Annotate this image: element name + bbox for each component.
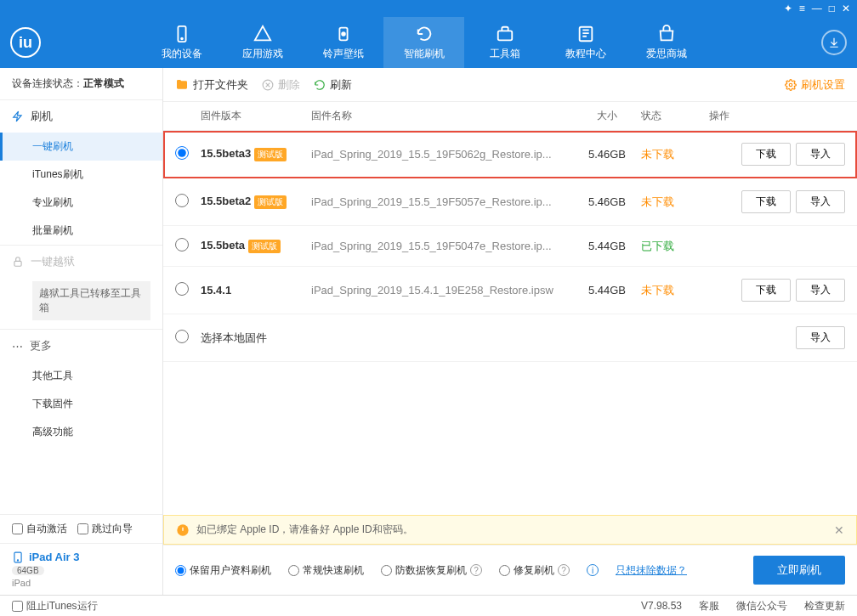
- sidebar-section-jailbreak[interactable]: 一键越狱: [0, 246, 162, 278]
- statusbar-link-support[interactable]: 客服: [699, 599, 719, 613]
- import-button[interactable]: 导入: [796, 326, 845, 349]
- content: 打开文件夹 删除 刷新 刷机设置 固件版本 固件名称 大小 状态 操作: [163, 68, 857, 595]
- app-version: V7.98.53: [641, 600, 682, 612]
- firmware-filename: iPad_Spring_2019_15.5_19F5057e_Restore.i…: [311, 195, 573, 208]
- delete-icon: [262, 79, 274, 91]
- flash-mode-option-3[interactable]: 修复刷机?: [499, 563, 570, 578]
- help-icon[interactable]: ?: [470, 564, 482, 576]
- statusbar-link-update[interactable]: 检查更新: [804, 599, 845, 613]
- import-button[interactable]: 导入: [796, 279, 845, 302]
- jailbreak-moved-note: 越狱工具已转移至工具箱: [32, 281, 150, 320]
- refresh-button[interactable]: 刷新: [314, 77, 352, 93]
- flash-icon: [415, 25, 434, 43]
- firmware-status: 已下载: [641, 239, 709, 254]
- header: iu 爱思助手 www.i4.cn 我的设备应用游戏铃声壁纸智能刷机工具箱教程中…: [0, 17, 857, 68]
- notice-close-button[interactable]: ✕: [834, 523, 844, 537]
- flash-settings-button[interactable]: 刷机设置: [785, 77, 845, 93]
- flash-mode-option-0[interactable]: 保留用户资料刷机: [175, 563, 271, 578]
- select-firmware-radio[interactable]: [175, 146, 189, 160]
- svg-point-3: [342, 32, 345, 36]
- import-button[interactable]: 导入: [796, 190, 845, 213]
- notice-text: 如已绑定 Apple ID，请准备好 Apple ID和密码。: [196, 523, 413, 537]
- nav-label: 铃声壁纸: [323, 47, 364, 61]
- firmware-row[interactable]: 15.5beta2测试版 iPad_Spring_2019_15.5_19F50…: [163, 178, 857, 226]
- minimize-icon[interactable]: —: [812, 3, 822, 14]
- select-firmware-radio[interactable]: [175, 194, 189, 207]
- download-button[interactable]: 下载: [741, 190, 791, 213]
- flash-now-button[interactable]: 立即刷机: [753, 556, 845, 585]
- flash-mode-option-2[interactable]: 防数据恢复刷机?: [381, 563, 482, 578]
- svg-point-1: [181, 37, 183, 39]
- select-firmware-radio[interactable]: [175, 238, 189, 251]
- nav-tutorial[interactable]: 教程中心: [545, 17, 626, 68]
- download-button[interactable]: 下载: [741, 143, 791, 166]
- nav-label: 教程中心: [565, 47, 606, 61]
- firmware-row[interactable]: 15.4.1 iPad_Spring_2019_15.4.1_19E258_Re…: [163, 267, 857, 314]
- firmware-table: 15.5beta3测试版 iPad_Spring_2019_15.5_19F50…: [163, 131, 857, 362]
- nav-toolbox[interactable]: 工具箱: [464, 17, 545, 68]
- sidebar-item-flash-1[interactable]: iTunes刷机: [0, 161, 162, 189]
- firmware-status: 未下载: [641, 283, 709, 298]
- bookmark-icon[interactable]: ✦: [784, 3, 792, 14]
- firmware-row[interactable]: 15.5beta3测试版 iPad_Spring_2019_15.5_19F50…: [163, 131, 857, 178]
- lock-icon: [12, 256, 24, 268]
- firmware-filename: iPad_Spring_2019_15.5_19F5062g_Restore.i…: [311, 148, 573, 161]
- menu-icon[interactable]: ≡: [799, 3, 805, 14]
- nav-ringtone[interactable]: 铃声壁纸: [303, 17, 383, 68]
- nav-store[interactable]: 爱思商城: [626, 17, 707, 68]
- sidebar-section-flash[interactable]: 刷机: [0, 100, 162, 133]
- delete-button[interactable]: 删除: [262, 77, 300, 93]
- open-folder-button[interactable]: 打开文件夹: [175, 77, 248, 93]
- apps-icon: [253, 25, 272, 43]
- sidebar-item-flash-0[interactable]: 一键刷机: [0, 133, 162, 161]
- sidebar-item-flash-3[interactable]: 批量刷机: [0, 217, 162, 245]
- firmware-size: 5.46GB: [573, 195, 641, 208]
- header-ops: 操作: [709, 109, 845, 123]
- nav-device[interactable]: 我的设备: [141, 17, 222, 68]
- statusbar-link-wechat[interactable]: 微信公众号: [736, 599, 787, 613]
- sidebar-item-more-1[interactable]: 下载固件: [0, 390, 162, 418]
- sidebar-section-more[interactable]: ⋯ 更多: [0, 330, 162, 362]
- select-firmware-radio[interactable]: [175, 330, 189, 343]
- header-version: 固件版本: [201, 109, 311, 123]
- block-itunes-checkbox[interactable]: 阻止iTunes运行: [12, 599, 98, 613]
- warning-icon: [176, 523, 190, 537]
- connected-device[interactable]: iPad Air 3 64GB iPad: [0, 543, 162, 595]
- flash-options: 保留用户资料刷机常规快速刷机防数据恢复刷机?修复刷机? i 只想抹除数据？ 立即…: [163, 545, 857, 595]
- svg-point-8: [17, 559, 18, 560]
- download-indicator-icon[interactable]: [821, 30, 847, 55]
- device-icon: [173, 25, 191, 43]
- firmware-status: 未下载: [641, 147, 709, 162]
- titlebar: ✦ ≡ — □ ✕: [0, 0, 857, 17]
- maximize-icon[interactable]: □: [829, 3, 835, 14]
- device-status-value: 正常模式: [83, 77, 124, 89]
- flash-icon: [12, 110, 24, 122]
- nav-flash[interactable]: 智能刷机: [383, 17, 464, 68]
- sidebar-more-label: 更多: [30, 338, 52, 353]
- sidebar-item-flash-2[interactable]: 专业刷机: [0, 189, 162, 217]
- sidebar-item-more-2[interactable]: 高级功能: [0, 418, 162, 446]
- toolbox-icon: [496, 25, 514, 43]
- import-button[interactable]: 导入: [796, 143, 845, 166]
- flash-mode-option-1[interactable]: 常规快速刷机: [288, 563, 364, 578]
- help-icon[interactable]: ?: [558, 564, 570, 576]
- skip-guide-checkbox[interactable]: 跳过向导: [77, 522, 133, 536]
- header-status: 状态: [641, 109, 709, 123]
- device-status: 设备连接状态：正常模式: [0, 68, 162, 100]
- nav-label: 工具箱: [490, 47, 520, 61]
- nav-apps[interactable]: 应用游戏: [222, 17, 303, 68]
- logo-icon: iu: [10, 27, 41, 58]
- sidebar-flash-label: 刷机: [31, 109, 53, 124]
- firmware-version: 15.4.1: [201, 284, 311, 297]
- select-firmware-radio[interactable]: [175, 282, 189, 296]
- erase-data-link[interactable]: 只想抹除数据？: [616, 563, 687, 578]
- firmware-row[interactable]: 选择本地固件 导入: [163, 314, 857, 362]
- sidebar-item-more-0[interactable]: 其他工具: [0, 362, 162, 390]
- firmware-row[interactable]: 15.5beta测试版 iPad_Spring_2019_15.5_19F504…: [163, 226, 857, 267]
- info-icon[interactable]: i: [587, 564, 599, 576]
- firmware-version: 15.5beta3测试版: [201, 147, 311, 161]
- firmware-status: 未下载: [641, 195, 709, 210]
- close-icon[interactable]: ✕: [842, 3, 850, 14]
- auto-activate-checkbox[interactable]: 自动激活: [12, 522, 67, 536]
- download-button[interactable]: 下载: [741, 279, 791, 302]
